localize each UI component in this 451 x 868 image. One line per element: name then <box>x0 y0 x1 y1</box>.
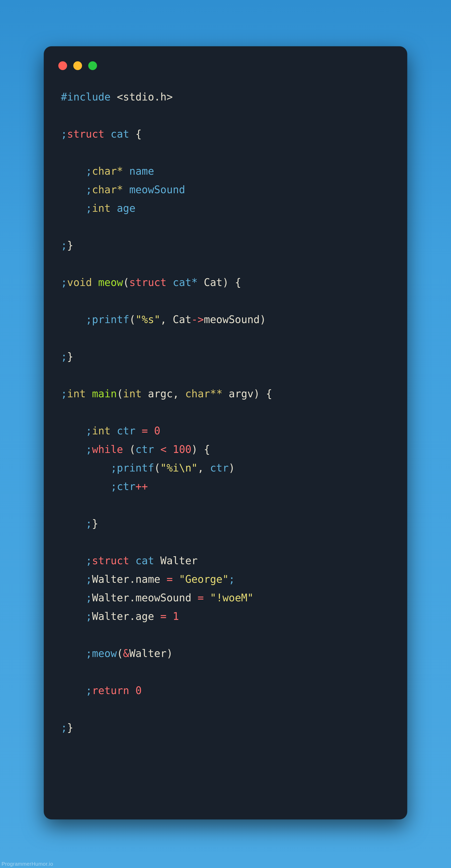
paren-open: ( <box>154 462 160 474</box>
var: ctr <box>136 443 154 455</box>
space <box>229 276 235 288</box>
semicolon: ; <box>61 128 67 140</box>
type-name: cat <box>111 128 129 140</box>
var: Cat <box>173 314 192 326</box>
type-int: int <box>123 388 142 400</box>
indent <box>61 647 86 659</box>
semicolon: ; <box>111 480 117 492</box>
paren-close: ) <box>192 443 198 455</box>
space <box>86 388 92 400</box>
keyword-int: int <box>67 388 86 400</box>
paren-open: ( <box>129 443 136 455</box>
semicolon: ; <box>86 314 92 326</box>
semicolon: ; <box>86 573 92 585</box>
space <box>166 276 173 288</box>
var: Walter <box>160 555 198 566</box>
number: 0 <box>154 425 160 437</box>
semicolon: ; <box>86 685 92 696</box>
brace-open: { <box>266 388 272 400</box>
space <box>179 388 185 400</box>
semicolon: ; <box>111 462 117 474</box>
var: ctr <box>210 462 229 474</box>
space <box>154 555 160 566</box>
semicolon: ; <box>86 555 92 566</box>
space <box>111 91 117 103</box>
op-eq: = <box>198 592 204 604</box>
semicolon: ; <box>86 518 92 529</box>
string: "George" <box>179 573 229 585</box>
space <box>204 462 210 474</box>
param: argv <box>229 388 253 400</box>
op-eq: = <box>160 610 166 622</box>
space <box>129 128 136 140</box>
paren-open: ( <box>123 276 129 288</box>
dot: . <box>129 610 136 622</box>
space <box>105 128 111 140</box>
keyword-struct: struct <box>67 128 105 140</box>
space <box>166 443 173 455</box>
string: "!woeM" <box>210 592 254 604</box>
space <box>192 592 198 604</box>
type-char: char* <box>92 165 123 177</box>
number: 100 <box>173 443 192 455</box>
brace-close: } <box>67 351 73 363</box>
space <box>129 685 136 696</box>
space <box>136 425 142 437</box>
paren-close: ) <box>229 462 235 474</box>
function-call: printf <box>92 314 129 326</box>
paren-close: ) <box>254 388 260 400</box>
function-call: printf <box>117 462 154 474</box>
space <box>123 165 129 177</box>
space <box>154 443 160 455</box>
maximize-icon[interactable] <box>88 61 97 70</box>
paren-open: ( <box>129 314 136 326</box>
header: <stdio.h> <box>117 91 173 103</box>
indent <box>61 685 86 696</box>
type-char: char** <box>185 388 223 400</box>
number: 0 <box>136 685 142 696</box>
window-traffic-lights <box>58 61 97 70</box>
space <box>111 425 117 437</box>
keyword-void: void <box>67 276 92 288</box>
indent <box>61 462 111 474</box>
comma: , <box>198 462 204 474</box>
paren-close: ) <box>222 276 229 288</box>
op-eq: = <box>166 573 173 585</box>
param: argc <box>148 388 173 400</box>
var: Walter <box>92 573 129 585</box>
indent <box>61 165 86 177</box>
indent <box>61 573 86 585</box>
semicolon: ; <box>86 202 92 214</box>
space <box>92 276 98 288</box>
directive: #include <box>61 91 111 103</box>
var: Walter <box>92 610 129 622</box>
space <box>222 388 229 400</box>
semicolon: ; <box>86 165 92 177</box>
semicolon: ; <box>61 239 67 251</box>
code-window: #include <stdio.h> ;struct cat { ;char* … <box>44 46 407 819</box>
paren-close: ) <box>166 647 173 659</box>
indent <box>61 184 86 195</box>
space <box>173 573 179 585</box>
indent <box>61 443 86 455</box>
semicolon: ; <box>61 276 67 288</box>
paren-open: ( <box>117 647 123 659</box>
number: 1 <box>173 610 179 622</box>
keyword-struct: struct <box>92 555 129 566</box>
type-int: int <box>92 202 110 214</box>
semicolon: ; <box>61 388 67 400</box>
indent <box>61 202 86 214</box>
field-name: meowSound <box>129 184 185 195</box>
type-name: cat <box>136 555 154 566</box>
op-eq: = <box>142 425 148 437</box>
op-inc: ++ <box>136 480 148 492</box>
paren-close: ) <box>260 314 266 326</box>
property: age <box>136 610 154 622</box>
field-name: name <box>129 165 154 177</box>
close-icon[interactable] <box>58 61 67 70</box>
var: Walter <box>92 592 129 604</box>
minimize-icon[interactable] <box>73 61 82 70</box>
semicolon: ; <box>86 610 92 622</box>
function-name: main <box>92 388 117 400</box>
comma: , <box>160 314 166 326</box>
